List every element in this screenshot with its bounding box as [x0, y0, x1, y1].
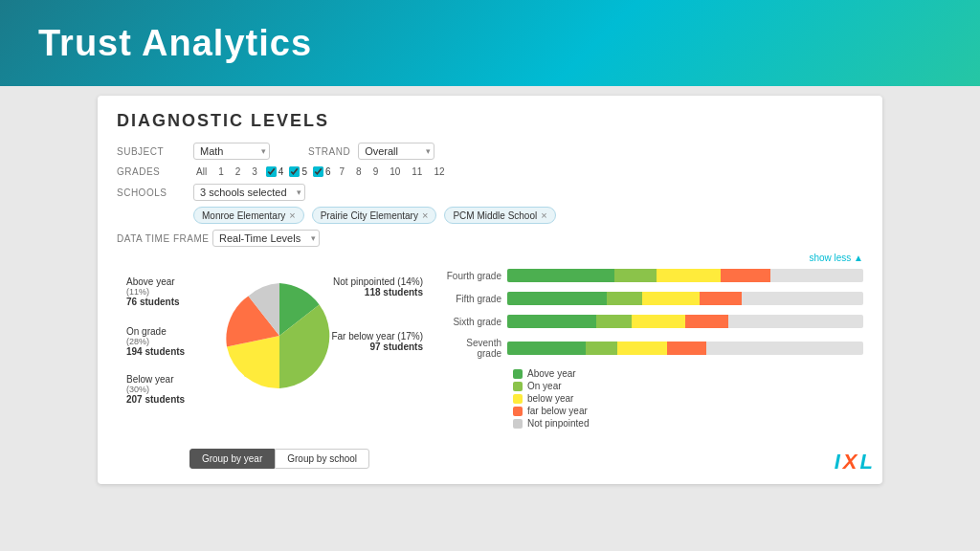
subject-select-wrap[interactable]: Math	[193, 143, 270, 160]
legend-dot-notpinpointed	[513, 419, 523, 429]
pie-labels-container: Above year (11%) 76 students On grade (2…	[117, 269, 423, 441]
subject-select[interactable]: Math	[193, 143, 270, 160]
grades-options: All 1 2 3 4 5 6 7 8 9 10 11 12	[193, 165, 448, 178]
legend-dot-farbelow	[513, 407, 523, 416]
subject-strand-row: SUBJECT Math STRAND Overall	[117, 143, 863, 160]
grade-9[interactable]: 9	[370, 165, 382, 178]
show-less-text[interactable]: show less ▲	[809, 253, 863, 263]
not-pinpointed-title: Not pinpointed (14%)	[333, 276, 423, 287]
strand-select[interactable]: Overall	[358, 143, 434, 160]
ixl-logo: I X L	[835, 450, 873, 474]
page-title: Trust Analytics	[38, 23, 312, 64]
grade-12[interactable]: 12	[431, 165, 447, 178]
time-select-wrap[interactable]: Real-Time Levels	[212, 230, 320, 247]
grade-2[interactable]: 2	[233, 165, 244, 178]
grade-8[interactable]: 8	[353, 165, 365, 178]
seventh-on	[586, 342, 617, 355]
grade-10[interactable]: 10	[387, 165, 403, 178]
schools-select[interactable]: 3 schools selected	[193, 184, 305, 201]
label-above-year: Above year (11%) 76 students	[126, 276, 180, 307]
sixth-on	[596, 315, 632, 328]
legend-dot-on	[513, 382, 523, 391]
grade-5-check[interactable]: 5	[289, 166, 307, 177]
chart-section: Above year (11%) 76 students On grade (2…	[117, 269, 863, 469]
fourth-above	[507, 269, 614, 282]
bar-row-seventh: Seventh grade	[442, 338, 863, 359]
fifth-grade-label: Fifth grade	[442, 294, 507, 304]
grades-row: GRADES All 1 2 3 4 5 6 7 8 9 10 11 12	[117, 165, 863, 178]
grade-11[interactable]: 11	[409, 165, 425, 178]
school-tags-row: Monroe Elementary × Prairie City Element…	[117, 207, 863, 224]
fifth-farbelow	[700, 292, 743, 305]
fifth-below	[642, 292, 700, 305]
legend-label-below: below year	[527, 393, 573, 404]
on-grade-pct: (28%)	[126, 337, 185, 346]
time-label: DATA TIME FRAME	[117, 233, 212, 244]
schools-row: SCHOOLS 3 schools selected	[117, 184, 863, 201]
legend-not-pinpointed: Not pinpointed	[513, 418, 863, 429]
legend-on-year: On year	[513, 381, 863, 391]
legend-below-year: below year	[513, 393, 863, 404]
below-year-title: Below year	[126, 374, 185, 385]
fifth-on	[607, 292, 642, 305]
far-below-title: Far below year (17%)	[331, 331, 423, 342]
bar-chart-area: Fourth grade Fifth grade	[433, 269, 863, 469]
above-year-pct: (11%)	[126, 287, 180, 297]
header: Trust Analytics	[0, 0, 980, 86]
section-title: DIAGNOSTIC LEVELS	[117, 111, 863, 131]
legend-label-above: Above year	[527, 368, 576, 379]
group-by-school-btn[interactable]: Group by school	[275, 449, 369, 469]
seventh-farbelow	[667, 342, 706, 355]
remove-monroe[interactable]: ×	[289, 209, 295, 221]
fifth-grade-bar	[507, 292, 863, 305]
group-by-buttons: Group by year Group by school	[189, 449, 369, 469]
schools-label: SCHOOLS	[117, 187, 193, 198]
legend-label-notpinpointed: Not pinpointed	[527, 418, 590, 429]
strand-select-wrap[interactable]: Overall	[358, 143, 434, 160]
sixth-grade-bar	[507, 315, 863, 328]
label-not-pinpointed: Not pinpointed (14%) 118 students	[333, 276, 423, 298]
grade-3[interactable]: 3	[249, 165, 260, 178]
grade-4-check[interactable]: 4	[266, 166, 284, 177]
ixl-letter-x: X	[843, 450, 858, 474]
schools-select-wrap[interactable]: 3 schools selected	[193, 184, 305, 201]
chart-legend: Above year On year below year far below …	[513, 368, 863, 429]
grade-6-check[interactable]: 6	[313, 166, 331, 177]
analytics-card: DIAGNOSTIC LEVELS SUBJECT Math STRAND Ov…	[98, 96, 882, 484]
time-frame-row: DATA TIME FRAME Real-Time Levels	[117, 230, 863, 247]
not-pinpointed-count: 118 students	[333, 287, 423, 298]
show-less-row[interactable]: show less ▲	[117, 253, 863, 263]
legend-above-year: Above year	[513, 368, 863, 379]
label-far-below-year: Far below year (17%) 97 students	[331, 331, 423, 352]
grade-1[interactable]: 1	[215, 165, 227, 178]
group-by-year-btn[interactable]: Group by year	[189, 449, 275, 469]
far-below-count: 97 students	[331, 342, 423, 352]
remove-pcm[interactable]: ×	[541, 209, 546, 221]
grade-7[interactable]: 7	[337, 165, 348, 178]
bar-row-fourth: Fourth grade	[442, 269, 863, 282]
strand-label: STRAND	[308, 146, 350, 157]
below-year-count: 207 students	[126, 394, 185, 405]
label-on-grade: On grade (28%) 194 students	[126, 326, 185, 357]
fourth-grade-label: Fourth grade	[442, 271, 507, 281]
fourth-below	[657, 269, 721, 282]
main-content: DIAGNOSTIC LEVELS SUBJECT Math STRAND Ov…	[0, 86, 980, 551]
seventh-below	[617, 342, 667, 355]
legend-label-on: On year	[527, 381, 562, 391]
time-select[interactable]: Real-Time Levels	[212, 230, 320, 247]
remove-prairie[interactable]: ×	[422, 209, 428, 221]
subject-label: SUBJECT	[117, 146, 193, 157]
ixl-letter-i: I	[835, 450, 840, 474]
ixl-letter-l: L	[860, 450, 873, 474]
on-grade-count: 194 students	[126, 346, 185, 357]
school-tag-monroe: Monroe Elementary ×	[193, 207, 304, 224]
bar-row-sixth: Sixth grade	[442, 315, 863, 328]
fourth-farbelow	[721, 269, 770, 282]
grades-all[interactable]: All	[193, 165, 210, 178]
seventh-grade-label: Seventh grade	[442, 338, 507, 359]
fifth-above	[507, 292, 607, 305]
school-tag-pcm: PCM Middle School ×	[444, 207, 555, 224]
on-grade-title: On grade	[126, 326, 185, 337]
seventh-grade-bar	[507, 342, 863, 355]
school-tag-prairie: Prairie City Elementary ×	[312, 207, 437, 224]
